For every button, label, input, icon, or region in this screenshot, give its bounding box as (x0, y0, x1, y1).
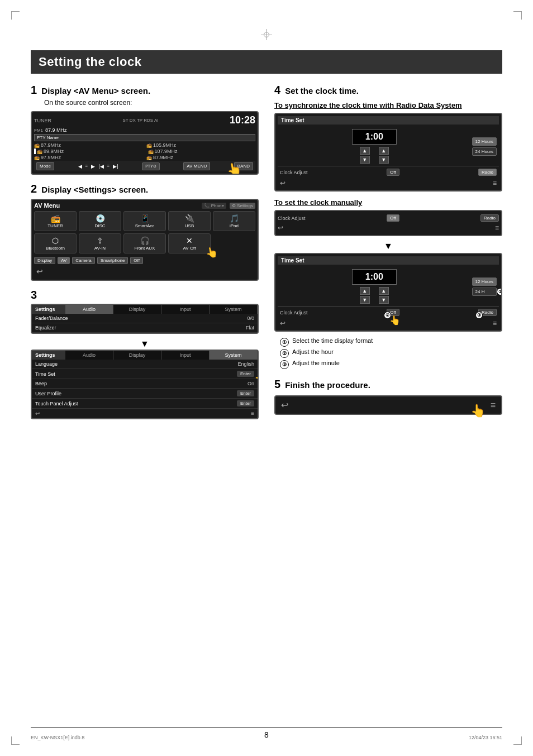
timeset-row[interactable]: Time Set Enter 👆 (32, 369, 258, 379)
annotation-1: ① (497, 288, 502, 295)
tab-system-2[interactable]: System (210, 351, 258, 360)
clock-adjust-only-nav: ↩ ≡ (278, 222, 499, 232)
min-down-btn-2[interactable]: ▼ (379, 296, 389, 304)
tab-input[interactable]: Input (161, 305, 210, 314)
step1-sub: On the source control screen: (44, 99, 259, 107)
hour-format-btns-manual: 12 Hours 24 H ① (472, 277, 497, 296)
tuner-row-2: 📻 89.9MHz 📻 107.9MHz (34, 149, 255, 154)
timeset-enter-btn[interactable]: Enter (237, 371, 254, 377)
clock-adjust-sync-off[interactable]: Off (387, 169, 399, 176)
tuner-bottom-bar: Mode ◀ ≡ ▶ |◀ ≡ ▶| PTY⊙ AV MENU BAND (34, 161, 255, 171)
av-icon-av-in[interactable]: ⇪ AV-IN (79, 233, 121, 253)
tab-display[interactable]: Display (113, 305, 161, 314)
annotation-item-2: ② Adjust the hour (280, 348, 502, 358)
av-icon-smartacc[interactable]: 📱 SmartAcc (123, 211, 166, 231)
step2: 2 Display <Settings> screen. AV Menu 📞 P… (31, 183, 259, 281)
av-icon-tuner[interactable]: 📻 TUNER (34, 211, 77, 231)
timeset-sync-title: Time Set (278, 116, 499, 125)
timeset-sync-fwd[interactable]: ≡ (493, 179, 497, 187)
step1-num: 1 (31, 84, 37, 96)
av-menu-screen: AV Menu 📞 Phone ⚙ Settings 📻 TUNER 💿 (31, 199, 259, 281)
av-menu-top: AV Menu 📞 Phone ⚙ Settings (34, 202, 255, 209)
manual-heading: To set the clock manually (274, 198, 502, 207)
sync-heading: To synchronize the clock time with Radio… (274, 101, 502, 109)
timeset-sync-back[interactable]: ↩ (280, 179, 285, 187)
fader-balance-row: Fader/Balance 0/0 (32, 314, 258, 323)
step5-fwd-btn[interactable]: ≡ (491, 400, 496, 410)
tuner-top-bar: TUNER ST DX TP RDS AI 10:28 (34, 114, 255, 126)
step3-num: 3 (31, 289, 37, 301)
24hours-btn[interactable]: 24 Hours (472, 147, 497, 156)
tab-system[interactable]: System (210, 305, 258, 314)
touch-panel-enter[interactable]: Enter (237, 400, 254, 406)
tab-audio[interactable]: Audio (65, 305, 113, 314)
annotation-item-1: ① Select the time display format (280, 337, 502, 347)
clock-adjust-only-radio[interactable]: Radio (480, 214, 499, 222)
min-up-btn-2[interactable]: ▲ (379, 287, 389, 295)
av-menu-btn[interactable]: AV MENU (183, 162, 210, 170)
clock-adjust-only-fwd[interactable]: ≡ (495, 224, 499, 232)
tab-display-2[interactable]: Display (113, 351, 161, 360)
hour-down-btn-2[interactable]: ▼ (360, 296, 370, 304)
12hours-btn[interactable]: 12 Hours (472, 137, 497, 146)
av-icon-disc[interactable]: 💿 DISC (79, 211, 121, 231)
page-title: Setting the clock (31, 50, 502, 74)
av-icon-usb[interactable]: 🔌 USB (168, 211, 211, 231)
clock-adjust-manual-radio[interactable]: Radio ③ (478, 309, 497, 316)
phone-btn[interactable]: 📞 Phone (202, 203, 226, 209)
arrow-down-1: ▼ (31, 339, 259, 348)
user-profile-enter[interactable]: Enter (237, 390, 254, 396)
av-opt-btn[interactable]: AV (58, 257, 70, 264)
step2-heading: 2 Display <Settings> screen. (31, 183, 259, 195)
mode-btn[interactable]: Mode (36, 162, 54, 170)
arrow-down-2: ▼ (274, 242, 502, 251)
tuner-time: 10:28 (230, 114, 255, 126)
timeset-manual-back[interactable]: ↩ (280, 319, 285, 327)
time-display-manual: 1 : 00 (352, 269, 397, 285)
clock-adjust-sync-radio[interactable]: Radio (478, 169, 497, 176)
timeset-sync-screen: Time Set 1 : 00 ▲ (274, 113, 502, 192)
clock-adjust-manual-row: Clock Adjust Off ② 👆 Radio ③ (278, 306, 499, 318)
av-icon-av-off[interactable]: ✕ AV Off 👆 (168, 233, 211, 253)
tuner-source: TUNER (34, 118, 51, 123)
off-btn[interactable]: Off (130, 257, 143, 264)
time-arrows-manual: ▲ ▼ ▲ ▼ (280, 287, 469, 304)
hour-up-btn-2[interactable]: ▲ (360, 287, 370, 295)
pty-btn[interactable]: PTY⊙ (142, 162, 160, 170)
timeset-manual-title: Time Set (278, 256, 499, 265)
av-back-btn[interactable]: ↩ (34, 265, 255, 277)
settings-fwd-btn[interactable]: ≡ (251, 410, 254, 417)
corner-mark-tr (513, 11, 522, 20)
clock-adjust-only-back[interactable]: ↩ (278, 224, 283, 232)
timeset-manual-screen: Time Set 1 : 00 ▲ ▼ (274, 253, 502, 332)
camera-btn[interactable]: Camera (72, 257, 94, 264)
annotation-list: ① Select the time display format ② Adjus… (280, 337, 502, 369)
av-icon-bluetooth[interactable]: ⬡ Bluetooth (34, 233, 77, 253)
24hours-btn-2[interactable]: 24 H ① (472, 288, 497, 296)
annotation-item-3: ③ Adjust the minute (280, 360, 502, 369)
min-down-btn[interactable]: ▼ (379, 156, 389, 164)
tuner-screen: TUNER ST DX TP RDS AI 10:28 FM1 87.9 MHz… (31, 111, 259, 175)
display-label-btn[interactable]: Display (34, 257, 55, 264)
step5-back-btn[interactable]: ↩ (281, 400, 288, 410)
settings-back-btn[interactable]: ↩ (35, 410, 40, 417)
tab-audio-2[interactable]: Audio (65, 351, 113, 360)
time-display-sync: 1 : 00 (352, 129, 397, 145)
min-up-btn[interactable]: ▲ (379, 147, 389, 155)
smartphone-btn[interactable]: Smartphone (97, 257, 129, 264)
step1-heading: 1 Display <AV Menu> screen. (31, 84, 259, 97)
clock-adjust-only-off[interactable]: Off (387, 214, 399, 222)
step3: 3 Settings Audio Display Input System Fa… (31, 289, 259, 419)
hour-up-btn[interactable]: ▲ (360, 147, 370, 155)
av-icon-ipod[interactable]: 🎵 iPod (213, 211, 255, 231)
timeset-manual-fwd[interactable]: ≡ (493, 319, 497, 327)
settings-audio-screen: Settings Audio Display Input System Fade… (31, 304, 259, 334)
12hours-btn-2[interactable]: 12 Hours (472, 277, 497, 286)
tuner-freq: 87.9 MHz (45, 127, 67, 133)
hour-down-btn[interactable]: ▼ (360, 156, 370, 164)
tab-input-2[interactable]: Input (161, 351, 210, 360)
corner-mark-bl (11, 736, 20, 745)
settings-btn[interactable]: ⚙ Settings (230, 203, 255, 209)
av-icon-front-aux[interactable]: 🎧 Front AUX (123, 233, 166, 253)
clock-adjust-manual-off[interactable]: Off ② 👆 (387, 309, 399, 316)
